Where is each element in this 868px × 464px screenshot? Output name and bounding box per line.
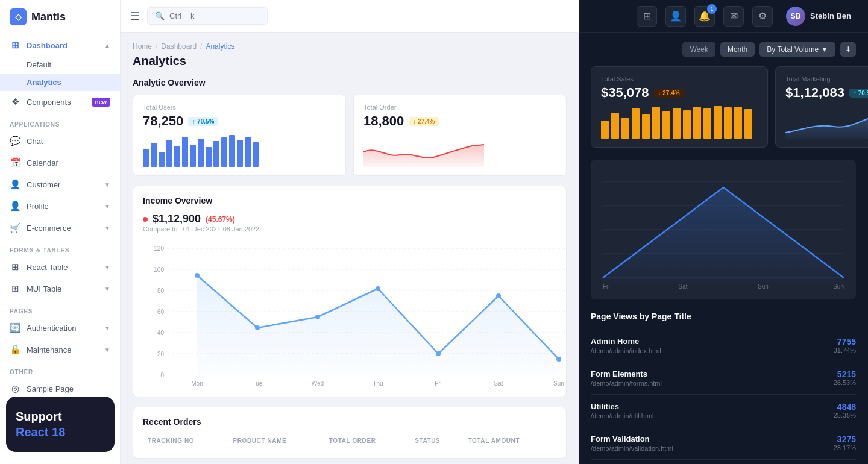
mail-icon[interactable]: ✉ xyxy=(723,6,744,27)
svg-text:60: 60 xyxy=(157,309,165,315)
user-avatar[interactable]: SB Stebin Ben xyxy=(781,4,856,28)
svg-text:Fri: Fri xyxy=(435,380,442,387)
grid-icon[interactable]: ⊞ xyxy=(637,6,657,27)
profile-icon-btn[interactable]: 👤 xyxy=(665,6,686,27)
sidebar-item-mui-table[interactable]: ⊞ MUI Table ▼ xyxy=(0,278,120,299)
settings-icon[interactable]: ⚙ xyxy=(752,6,773,27)
income-dot xyxy=(143,217,148,222)
sidebar-item-calendar[interactable]: 📅 Calendar xyxy=(0,152,120,174)
svg-rect-46 xyxy=(642,114,650,139)
sidebar-item-react-table[interactable]: ⊞ React Table ▼ xyxy=(0,256,120,278)
pv-title-2: Form Elements xyxy=(591,369,662,378)
sidebar-item-components[interactable]: ❖ Components new xyxy=(0,91,120,113)
sales-bar-chart-dark xyxy=(601,105,758,139)
stat-badge-orders: ↓ 27.4% xyxy=(409,117,439,126)
top-bar: ☰ 🔍 ⊞ 👤 🔔 1 ✉ ⚙ SB Stebin Ben xyxy=(121,0,868,33)
stat-label-orders: Total Order xyxy=(363,104,556,111)
sidebar-item-chat[interactable]: 💬 Chat xyxy=(0,130,120,152)
auth-icon: 🔄 xyxy=(10,322,20,333)
svg-text:100: 100 xyxy=(154,266,164,273)
stat-badge-marketing: ↑ 70.5% xyxy=(849,89,868,98)
section-forms: Forms & Tables xyxy=(0,239,120,256)
svg-rect-0 xyxy=(143,149,149,167)
calendar-label: Calendar xyxy=(27,158,110,168)
users-bar-chart xyxy=(143,134,336,167)
sidebar: ◇ Mantis ⊞ Dashboard ▲ Default Analytics… xyxy=(0,0,121,464)
hamburger-icon[interactable]: ☰ xyxy=(130,10,140,23)
breadcrumb-home[interactable]: Home xyxy=(133,42,152,51)
page-view-form-validation: Form Validation /demo/admin/validation.h… xyxy=(591,427,856,460)
sample-icon: ◎ xyxy=(10,383,20,394)
svg-rect-4 xyxy=(174,146,180,167)
avatar-circle: SB xyxy=(786,7,805,26)
marketing-area-chart xyxy=(785,105,868,139)
svg-text:40: 40 xyxy=(157,330,165,336)
page-views-title: Page Views by Page Title xyxy=(591,312,856,321)
notification-icon[interactable]: 🔔 1 xyxy=(694,6,715,27)
search-box[interactable]: 🔍 xyxy=(147,7,268,25)
sidebar-item-dashboard[interactable]: ⊞ Dashboard ▲ xyxy=(0,34,120,56)
breadcrumb-sep1: / xyxy=(156,42,157,51)
sidebar-item-profile[interactable]: 👤 Profile ▼ xyxy=(0,195,120,217)
income-overview-card: Income Overview $1,12,900 (45.67%) Compa… xyxy=(133,186,567,397)
maintenance-icon: 🔒 xyxy=(10,344,20,355)
stat-cards: Total Users 78,250 ↑ 70.5% xyxy=(133,95,567,176)
sidebar-item-maintenance[interactable]: 🔒 Maintenance ▼ xyxy=(0,339,120,360)
svg-rect-54 xyxy=(724,107,732,139)
income-percent: (45.67%) xyxy=(206,215,235,224)
auth-chevron: ▼ xyxy=(104,325,110,331)
week-button[interactable]: Week xyxy=(682,42,715,57)
svg-point-32 xyxy=(436,351,441,356)
sidebar-logo[interactable]: ◇ Mantis xyxy=(0,0,120,34)
sidebar-sub-analytics[interactable]: Analytics xyxy=(0,74,120,91)
components-icon: ❖ xyxy=(10,96,20,107)
mui-table-chevron: ▼ xyxy=(104,286,110,292)
stat-card-marketing-dark: Total Marketing $1,12,083 ↑ 70.5% xyxy=(775,66,868,148)
svg-point-28 xyxy=(195,273,200,278)
volume-button[interactable]: By Total Volume ▼ xyxy=(760,42,835,57)
sidebar-item-customer[interactable]: 👤 Customer ▼ xyxy=(0,174,120,195)
search-input[interactable] xyxy=(169,11,260,20)
search-icon: 🔍 xyxy=(155,11,165,20)
dark-income-chart: Fri Sat Sun Sun xyxy=(591,160,856,299)
support-subtitle: React 18 xyxy=(16,424,105,440)
month-button[interactable]: Month xyxy=(720,42,755,57)
col-status: STATUS xyxy=(410,434,463,448)
sample-label: Sample Page xyxy=(27,384,110,393)
pv-count-4: 3275 xyxy=(834,434,856,444)
topbar-dark: ⊞ 👤 🔔 1 ✉ ⚙ SB Stebin Ben xyxy=(579,0,868,33)
avatar-initials: SB xyxy=(791,12,801,20)
analytic-overview-title: Analytic Overview xyxy=(133,78,567,87)
maintenance-chevron: ▼ xyxy=(104,346,110,353)
svg-point-29 xyxy=(255,325,260,330)
col-tracking: TRACKING NO xyxy=(143,434,228,448)
chevron-down-icon: ▼ xyxy=(821,45,828,54)
sidebar-item-authentication[interactable]: 🔄 Authentication ▼ xyxy=(0,317,120,339)
stat-card-users: Total Users 78,250 ↑ 70.5% xyxy=(133,95,346,176)
svg-rect-1 xyxy=(151,143,157,167)
breadcrumb-dashboard[interactable]: Dashboard xyxy=(161,42,197,51)
section-pages: Pages xyxy=(0,299,120,317)
stat-label-marketing: Total Marketing xyxy=(785,75,868,83)
chat-label: Chat xyxy=(27,137,110,146)
download-button[interactable]: ⬇ xyxy=(840,42,856,57)
components-badge: new xyxy=(92,98,110,107)
svg-rect-50 xyxy=(683,110,691,139)
stat-value-users: 78,250 xyxy=(143,113,183,129)
svg-rect-9 xyxy=(213,141,219,167)
section-applications: Applications xyxy=(0,113,120,130)
svg-text:80: 80 xyxy=(157,287,165,294)
income-compare: Compare to : 01 Dec 2021-08 Jan 2022 xyxy=(143,225,259,233)
sidebar-item-ecommerce[interactable]: 🛒 E-commerce ▼ xyxy=(0,217,120,239)
svg-rect-13 xyxy=(245,137,251,167)
svg-text:Tue: Tue xyxy=(253,380,263,387)
svg-text:Wed: Wed xyxy=(312,380,324,387)
dashboard-chevron: ▲ xyxy=(104,42,110,49)
svg-rect-48 xyxy=(662,111,670,139)
notification-badge: 1 xyxy=(707,4,717,14)
svg-rect-49 xyxy=(673,108,681,139)
sidebar-sub-default[interactable]: Default xyxy=(0,56,120,74)
pv-title-4: Form Validation xyxy=(591,434,673,444)
support-card[interactable]: Support React 18 xyxy=(6,397,115,452)
svg-rect-44 xyxy=(621,118,629,139)
